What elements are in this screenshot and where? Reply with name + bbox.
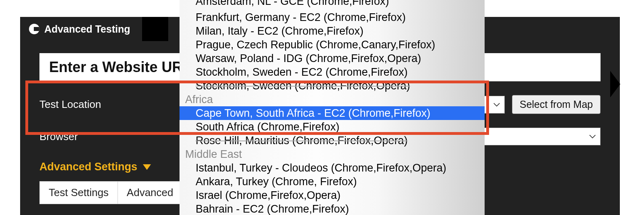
chevron-down-icon	[493, 101, 500, 108]
dropdown-option[interactable]: Warsaw, Poland - IDG (Chrome,Firefox,Ope…	[180, 52, 485, 65]
dropdown-option[interactable]: Stockholm, Sweden - EC2 (Chrome,Firefox)	[180, 65, 485, 79]
dropdown-option[interactable]: Frankfurt, Germany - EC2 (Chrome,Firefox…	[180, 10, 485, 24]
dropdown-option[interactable]: Milan, Italy - EC2 (Chrome,Firefox)	[180, 24, 485, 38]
chevron-down-icon	[589, 133, 596, 140]
label-test-location: Test Location	[39, 98, 172, 111]
dropdown-option[interactable]: Amsterdam, NL - GCE (Chrome,Firefox)	[180, 0, 485, 10]
location-dropdown-popup: Amsterdam, NL - GCE (Chrome,Firefox)Fran…	[180, 0, 485, 215]
select-from-map-button[interactable]: Select from Map	[512, 95, 601, 114]
dropdown-option[interactable]: Rose Hill, Mauritius (Chrome,Firefox,Ope…	[180, 134, 485, 147]
dropdown-option-selected[interactable]: Cape Town, South Africa - EC2 (Chrome,Fi…	[180, 106, 485, 120]
tab-advanced-testing[interactable]: Advanced Testing	[20, 17, 139, 41]
dropdown-option[interactable]: Ankara, Turkey (Chrome, Firefox)	[180, 175, 485, 188]
dropdown-group-header: Middle East	[180, 147, 485, 161]
dropdown-option[interactable]: Israel (Chrome,Firefox,Opera)	[180, 188, 485, 202]
sub-tab-test-settings[interactable]: Test Settings	[39, 181, 118, 204]
tab-label: Advanced Testing	[44, 23, 130, 35]
dropdown-option[interactable]: Stockholm, Sweden (Chrome,Firefox,Opera)	[180, 79, 485, 93]
logo-icon	[29, 24, 39, 34]
triangle-down-icon	[143, 164, 151, 170]
submit-arrow-icon[interactable]	[610, 71, 620, 97]
sub-tab-advanced[interactable]: Advanced	[118, 181, 183, 204]
label-browser: Browser	[39, 130, 172, 143]
dropdown-option[interactable]: South Africa (Chrome,Firefox)	[180, 120, 485, 134]
tab-spacer	[142, 17, 168, 41]
dropdown-option[interactable]: Istanbul, Turkey - Cloudeos (Chrome,Fire…	[180, 161, 485, 175]
advanced-settings-label: Advanced Settings	[39, 161, 137, 173]
dropdown-group-header: Africa	[180, 93, 485, 106]
dropdown-option[interactable]: Bahrain - EC2 (Chrome,Firefox)	[180, 202, 485, 215]
dropdown-option[interactable]: Prague, Czech Republic (Chrome,Canary,Fi…	[180, 38, 485, 52]
